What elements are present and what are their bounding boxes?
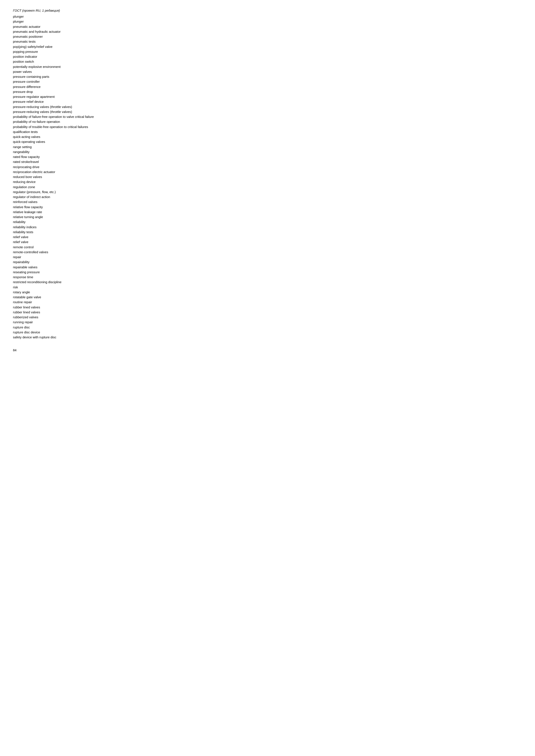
list-item: pressure relief device: [13, 99, 140, 104]
list-item: probability of no-failure operation: [13, 119, 140, 124]
list-item: relative turning angle: [13, 214, 140, 219]
list-item: power valves: [13, 69, 140, 74]
list-item: regulator (pressure, flow, etc.): [13, 189, 140, 194]
list-item: reliability tests: [13, 230, 140, 234]
list-item: safety device with rupture disc: [13, 335, 140, 339]
list-item: probability of trouble-free operation to…: [13, 124, 140, 129]
list-item: response time: [13, 275, 140, 280]
list-item: rotary angle: [13, 290, 140, 295]
list-item: pressure-reducing valves (throttle valve…: [13, 104, 140, 109]
list-item: running repair: [13, 320, 140, 325]
page-header-title: ГОСТ (проект RU, 1 редакция): [13, 9, 140, 12]
list-item: popping pressure: [13, 49, 140, 54]
list-item: reducing device: [13, 179, 140, 184]
list-item: reciprocation electric actuator: [13, 169, 140, 174]
list-item: rated flow capacity: [13, 154, 140, 159]
list-item: reliability: [13, 219, 140, 224]
list-item: rupture disc: [13, 325, 140, 330]
list-item: pneumatic positioner: [13, 34, 140, 39]
list-item: quick-operating valves: [13, 139, 140, 144]
list-item: rangeability: [13, 149, 140, 154]
list-item: reseating pressure: [13, 270, 140, 275]
list-item: pressure regulator apartment: [13, 94, 140, 99]
list-item: relative flow capacity: [13, 204, 140, 209]
list-item: regulation zone: [13, 184, 140, 189]
list-item: position indicator: [13, 54, 140, 59]
list-item: pneumatic tests: [13, 39, 140, 44]
list-item: reliability indices: [13, 225, 140, 230]
list-item: pneumatic and hydraulic actuator: [13, 29, 140, 34]
list-item: risk: [13, 285, 140, 290]
list-item: repairable valves: [13, 265, 140, 270]
list-item: pressure containing parts: [13, 74, 140, 79]
list-item: pressure drop: [13, 89, 140, 94]
list-item: position switch: [13, 59, 140, 64]
list-item: pop(ping) safety/relief valve: [13, 44, 140, 49]
list-item: relative leakage rate: [13, 209, 140, 214]
list-item: rated stroke/travel: [13, 159, 140, 164]
list-item: range setting: [13, 145, 140, 149]
list-item: restricted reconditioning discipline: [13, 280, 140, 284]
list-item: relief valve: [13, 234, 140, 239]
term-list: plungerplungerpneumatic actuatorpneumati…: [13, 14, 140, 339]
list-item: remote-controlled valves: [13, 250, 140, 255]
list-item: rubber lined valves: [13, 310, 140, 315]
list-item: relief valve: [13, 239, 140, 244]
list-item: qualification tests: [13, 129, 140, 134]
list-item: reduced bore valves: [13, 174, 140, 179]
list-item: potentially explosive environment: [13, 64, 140, 69]
list-item: repair: [13, 255, 140, 259]
list-item: plunger: [13, 14, 140, 19]
list-item: rotatable gate valve: [13, 295, 140, 300]
list-item: pressure-reducing valves (throttle valve…: [13, 109, 140, 114]
list-item: repairability: [13, 259, 140, 264]
list-item: routine repair: [13, 300, 140, 305]
list-item: remote control: [13, 245, 140, 250]
list-item: rubberized valves: [13, 315, 140, 320]
list-item: regulator of indirect action: [13, 194, 140, 199]
list-item: pressure controller: [13, 79, 140, 84]
list-item: plunger: [13, 19, 140, 24]
list-item: reciprocating drive: [13, 164, 140, 169]
list-item: reinforced valves: [13, 199, 140, 204]
list-item: pneumatic actuator: [13, 24, 140, 29]
list-item: rubber lined valves: [13, 305, 140, 310]
list-item: probability of failure-free operation to…: [13, 114, 140, 119]
list-item: rupture disc device: [13, 330, 140, 335]
list-item: pressure difference: [13, 84, 140, 89]
page-number: 84: [13, 348, 140, 352]
list-item: quick-acting valves: [13, 134, 140, 139]
